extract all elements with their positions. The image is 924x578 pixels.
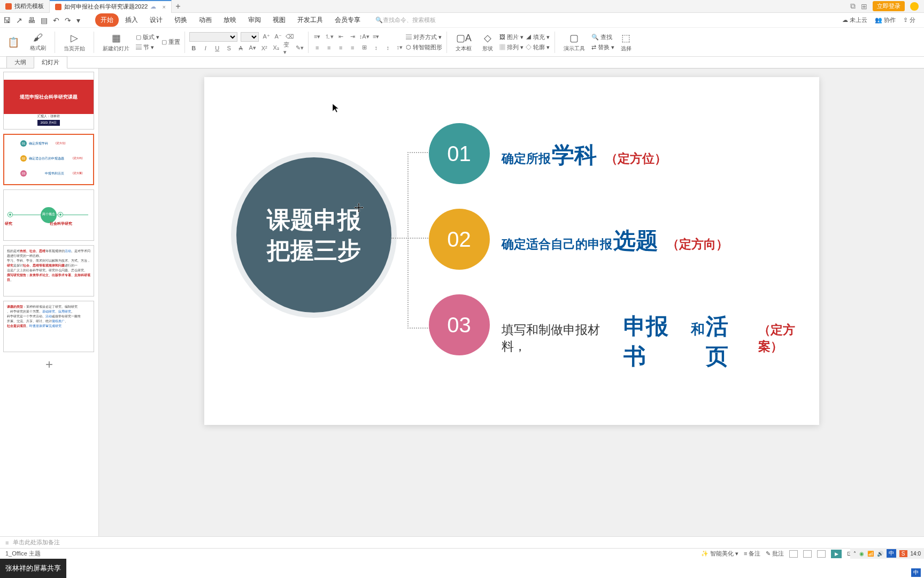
menu-start[interactable]: 开始 [95, 13, 119, 27]
add-slide-button[interactable]: + [3, 356, 95, 372]
slide-thumb-3[interactable]: 两个概念 研究 社会科学研究 [3, 189, 94, 241]
ime-icon-2[interactable]: S [899, 550, 907, 557]
new-tab-button[interactable]: + [172, 2, 184, 11]
align-left-icon[interactable]: ≡ [313, 43, 321, 52]
increase-font-icon[interactable]: A⁺ [262, 33, 271, 41]
main-circle[interactable]: 课题申报 把握三步 [236, 157, 391, 313]
notes-toggle[interactable]: ≡ 备注 [744, 550, 760, 558]
superscript-icon[interactable]: X² [260, 44, 268, 52]
underline-icon[interactable]: U [213, 44, 221, 52]
subscript-icon[interactable]: X₂ [272, 44, 280, 52]
indent-icon[interactable]: ⇥ [348, 33, 357, 41]
char-effect-icon[interactable]: 变▾ [283, 44, 292, 52]
italic-icon[interactable]: I [201, 44, 210, 52]
find-button[interactable]: 🔍 查找 [591, 33, 614, 41]
avatar-icon[interactable] [910, 2, 919, 11]
cloud-status[interactable]: ☁ 未上云 [842, 16, 867, 24]
paste-group[interactable]: 📋 [3, 36, 24, 48]
normal-view-icon[interactable] [789, 550, 798, 558]
spacing2-icon[interactable]: ↕ [383, 43, 392, 52]
menu-review[interactable]: 审阅 [243, 13, 266, 27]
undo-icon[interactable]: ↶ [53, 16, 59, 25]
strike-icon[interactable]: A [236, 44, 245, 52]
layout1-icon[interactable]: ⧉ [850, 2, 856, 11]
align-button[interactable]: ▤ 对齐方式 ▾ [406, 33, 442, 41]
qat-dropdown-icon[interactable]: ▾ [76, 16, 80, 25]
shape-button[interactable]: ◇形状 [478, 32, 497, 52]
select-button[interactable]: ⬚选择 [617, 32, 636, 52]
menu-insert[interactable]: 插入 [120, 13, 143, 27]
ime-icon-3[interactable]: 中 [911, 568, 921, 577]
font-family-select[interactable] [189, 32, 237, 42]
menu-design[interactable]: 设计 [144, 13, 168, 27]
textbox-button[interactable]: ▢A文本框 [451, 32, 476, 52]
preview-icon[interactable]: ▤ [41, 16, 48, 25]
bullets-icon[interactable]: ≡▾ [313, 33, 321, 41]
smartart-button[interactable]: ⬡ 转智能图形 [406, 43, 442, 51]
fill-button[interactable]: ◢ 填充 ▾ [526, 33, 550, 41]
ime-icon-1[interactable]: 中 [887, 549, 896, 558]
reset-button[interactable]: ▢ 重置 [161, 38, 180, 46]
menu-view[interactable]: 视图 [267, 13, 291, 27]
text-direction-icon[interactable]: ↕A▾ [360, 33, 368, 41]
number-circle-1[interactable]: 01 [429, 123, 490, 184]
doc-tab[interactable]: 如何申报社会科学研究课题2022 ☁ × [50, 0, 172, 13]
tray-volume-icon[interactable]: 🔊 [877, 551, 883, 557]
notes-bar[interactable]: ≡ 单击此处添加备注 [0, 536, 924, 548]
new-slide[interactable]: ▦新建幻灯片 [98, 32, 134, 52]
print-icon[interactable]: 🖶 [28, 16, 35, 25]
layout2-icon[interactable]: ⊞ [861, 2, 867, 11]
comments-toggle[interactable]: ✎ 批注 [766, 550, 784, 558]
tray-chevron-icon[interactable]: ˄ [853, 551, 856, 557]
demo-tools[interactable]: ▢演示工具 [559, 32, 589, 52]
slide-thumb-4[interactable]: 指的是对自然、社会、思维等客观规律的活动。是对学术问题进行研究的一种总称。 学习… [3, 245, 94, 296]
share-button[interactable]: ⇪ 分 [903, 16, 915, 24]
number-circle-2[interactable]: 02 [429, 209, 490, 270]
picture-button[interactable]: 🖼 图片 ▾ [499, 33, 523, 41]
tab-slides[interactable]: 幻灯片 [34, 56, 67, 69]
font-color-icon[interactable]: A▾ [248, 44, 257, 52]
align-justify-icon[interactable]: ≡ [348, 43, 357, 52]
layout-button[interactable]: ▢ 版式 ▾ [136, 33, 159, 41]
search-box[interactable]: 🔍 查找命令、搜索模板 [375, 16, 436, 24]
login-button[interactable]: 立即登录 [873, 1, 905, 11]
tray-wifi-icon[interactable]: 📶 [867, 551, 874, 557]
redo-icon[interactable]: ↷ [65, 16, 71, 25]
decrease-font-icon[interactable]: A⁻ [274, 33, 282, 41]
format-painter[interactable]: 🖌格式刷 [26, 32, 50, 52]
outline-button[interactable]: ◇ 轮廓 ▾ [526, 43, 550, 51]
item-text-2[interactable]: 确定适合自己的申报 选题 （定方向） [502, 226, 728, 256]
menu-animation[interactable]: 动画 [194, 13, 217, 27]
menu-devtools[interactable]: 开发工具 [292, 13, 328, 27]
collab-button[interactable]: 👥 协作 [875, 16, 896, 24]
line-spacing-icon[interactable]: ≡▾ [372, 33, 380, 41]
tray-app-icon[interactable]: ◉ [859, 551, 864, 557]
slide-thumb-2[interactable]: 01 确定所报学科 (定方位) 02 确定适合自己的申报选题 (定方向) 03 … [3, 134, 94, 185]
beautify-button[interactable]: ✨ 智能美化 ▾ [701, 550, 738, 558]
shadow-icon[interactable]: S [225, 44, 233, 52]
distribute-icon[interactable]: ⊞ [360, 43, 368, 52]
clear-format-icon[interactable]: ⌫ [286, 33, 294, 41]
close-icon[interactable]: × [162, 4, 165, 10]
sorter-view-icon[interactable] [803, 550, 812, 558]
template-tab[interactable]: 找稻壳模板 [0, 0, 50, 13]
slide-thumb-5[interactable]: 课题的类型：某种科研项目必定了研究、编制研究 、科学研究的某个方面、基础研究、应… [3, 301, 94, 352]
slideshow-button[interactable]: ▶ [831, 550, 842, 558]
spacing3-icon[interactable]: ↕▾ [395, 43, 404, 52]
align-right-icon[interactable]: ≡ [336, 43, 345, 52]
bold-icon[interactable]: B [189, 44, 198, 52]
highlight-icon[interactable]: ✎▾ [295, 44, 304, 52]
menu-member[interactable]: 会员专享 [329, 13, 366, 27]
slide-editor[interactable]: 课题申报 把握三步 01 02 03 确定所报 学科 （定方位） 确定适合自己的… [99, 69, 924, 536]
menu-slideshow[interactable]: 放映 [218, 13, 242, 27]
play-current[interactable]: ▷当页开始 [59, 32, 89, 52]
slide-thumb-1[interactable]: 规范申报社会科学研究课题 汇报人：张林祥 2023 月4日 [3, 72, 94, 130]
export-icon[interactable]: ↗ [16, 16, 22, 25]
section-button[interactable]: ▤ 节 ▾ [136, 43, 159, 51]
save-icon[interactable]: 🖫 [3, 16, 11, 25]
align-center-icon[interactable]: ≡ [325, 43, 333, 52]
replace-button[interactable]: ⇄ 替换 ▾ [591, 43, 614, 51]
font-size-select[interactable] [241, 32, 259, 42]
spacing1-icon[interactable]: ↕ [372, 43, 380, 52]
number-circle-3[interactable]: 03 [429, 294, 490, 355]
